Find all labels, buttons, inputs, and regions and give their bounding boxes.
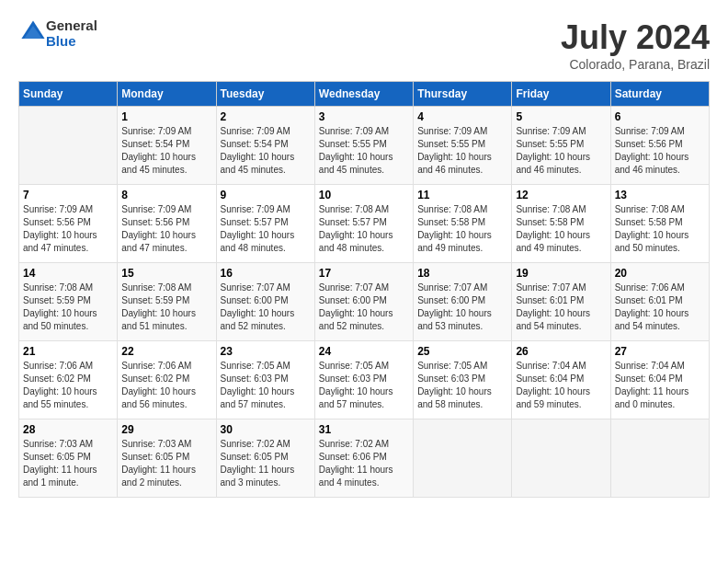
day-info: Sunrise: 7:08 AMSunset: 5:59 PMDaylight:… bbox=[23, 282, 113, 333]
day-info: Sunrise: 7:08 AMSunset: 5:59 PMDaylight:… bbox=[121, 282, 211, 333]
day-info: Sunrise: 7:07 AMSunset: 6:01 PMDaylight:… bbox=[516, 282, 606, 333]
calendar-header: SundayMondayTuesdayWednesdayThursdayFrid… bbox=[19, 82, 710, 107]
day-info: Sunrise: 7:09 AMSunset: 5:55 PMDaylight:… bbox=[417, 125, 507, 177]
day-info: Sunrise: 7:05 AMSunset: 6:03 PMDaylight:… bbox=[221, 360, 311, 411]
calendar-cell: 2Sunrise: 7:09 AMSunset: 5:54 PMDaylight… bbox=[216, 107, 314, 185]
calendar-cell: 3Sunrise: 7:09 AMSunset: 5:55 PMDaylight… bbox=[314, 107, 413, 185]
day-info: Sunrise: 7:09 AMSunset: 5:56 PMDaylight:… bbox=[23, 203, 113, 255]
week-row-4: 21Sunrise: 7:06 AMSunset: 6:02 PMDayligh… bbox=[19, 341, 710, 419]
day-number: 16 bbox=[221, 267, 311, 280]
day-info: Sunrise: 7:06 AMSunset: 6:02 PMDaylight:… bbox=[121, 360, 211, 411]
day-info: Sunrise: 7:07 AMSunset: 6:00 PMDaylight:… bbox=[221, 282, 311, 333]
calendar-cell: 11Sunrise: 7:08 AMSunset: 5:58 PMDayligh… bbox=[414, 185, 512, 263]
header-day-monday: Monday bbox=[118, 82, 216, 107]
week-row-1: 1Sunrise: 7:09 AMSunset: 5:54 PMDaylight… bbox=[19, 107, 710, 185]
calendar-cell: 9Sunrise: 7:09 AMSunset: 5:57 PMDaylight… bbox=[216, 185, 314, 263]
calendar-cell: 30Sunrise: 7:02 AMSunset: 6:05 PMDayligh… bbox=[216, 419, 314, 498]
calendar-cell: 4Sunrise: 7:09 AMSunset: 5:55 PMDaylight… bbox=[414, 107, 512, 185]
day-number: 8 bbox=[121, 189, 211, 201]
logo-mark bbox=[18, 19, 46, 49]
day-number: 13 bbox=[615, 189, 705, 201]
day-number: 7 bbox=[23, 189, 113, 201]
calendar-cell: 10Sunrise: 7:08 AMSunset: 5:57 PMDayligh… bbox=[314, 185, 413, 263]
day-number: 12 bbox=[516, 189, 606, 201]
day-number: 14 bbox=[23, 267, 113, 280]
location-subtitle: Colorado, Parana, Brazil bbox=[561, 57, 710, 72]
header-row: SundayMondayTuesdayWednesdayThursdayFrid… bbox=[19, 82, 710, 107]
day-info: Sunrise: 7:09 AMSunset: 5:56 PMDaylight:… bbox=[121, 203, 211, 255]
day-info: Sunrise: 7:07 AMSunset: 6:00 PMDaylight:… bbox=[417, 282, 507, 333]
day-number: 4 bbox=[417, 110, 507, 123]
day-number: 28 bbox=[23, 423, 113, 436]
calendar-cell: 19Sunrise: 7:07 AMSunset: 6:01 PMDayligh… bbox=[512, 263, 610, 341]
header-day-thursday: Thursday bbox=[414, 82, 512, 107]
calendar-cell: 6Sunrise: 7:09 AMSunset: 5:56 PMDaylight… bbox=[610, 107, 709, 185]
calendar-cell: 21Sunrise: 7:06 AMSunset: 6:02 PMDayligh… bbox=[19, 341, 118, 419]
day-info: Sunrise: 7:03 AMSunset: 6:05 PMDaylight:… bbox=[121, 438, 211, 489]
day-number: 11 bbox=[417, 189, 507, 201]
header-day-tuesday: Tuesday bbox=[216, 82, 314, 107]
day-info: Sunrise: 7:05 AMSunset: 6:03 PMDaylight:… bbox=[319, 360, 409, 411]
calendar-cell bbox=[19, 107, 118, 185]
day-info: Sunrise: 7:09 AMSunset: 5:55 PMDaylight:… bbox=[516, 125, 606, 177]
calendar-cell: 31Sunrise: 7:02 AMSunset: 6:06 PMDayligh… bbox=[314, 419, 413, 498]
day-info: Sunrise: 7:04 AMSunset: 6:04 PMDaylight:… bbox=[516, 360, 606, 411]
day-number: 29 bbox=[121, 423, 211, 436]
day-number: 10 bbox=[319, 189, 409, 201]
day-info: Sunrise: 7:06 AMSunset: 6:02 PMDaylight:… bbox=[23, 360, 113, 411]
calendar-cell: 29Sunrise: 7:03 AMSunset: 6:05 PMDayligh… bbox=[118, 419, 216, 498]
day-info: Sunrise: 7:09 AMSunset: 5:54 PMDaylight:… bbox=[121, 125, 211, 177]
day-info: Sunrise: 7:02 AMSunset: 6:06 PMDaylight:… bbox=[319, 438, 409, 489]
day-info: Sunrise: 7:05 AMSunset: 6:03 PMDaylight:… bbox=[417, 360, 507, 411]
day-number: 30 bbox=[221, 423, 311, 436]
calendar-body: 1Sunrise: 7:09 AMSunset: 5:54 PMDaylight… bbox=[19, 107, 710, 498]
calendar-cell: 17Sunrise: 7:07 AMSunset: 6:00 PMDayligh… bbox=[314, 263, 413, 341]
day-number: 21 bbox=[23, 345, 113, 358]
day-number: 23 bbox=[221, 345, 311, 358]
day-info: Sunrise: 7:08 AMSunset: 5:57 PMDaylight:… bbox=[319, 203, 409, 255]
logo-blue: Blue bbox=[46, 33, 76, 49]
day-number: 27 bbox=[615, 345, 705, 358]
day-number: 5 bbox=[516, 110, 606, 123]
day-info: Sunrise: 7:08 AMSunset: 5:58 PMDaylight:… bbox=[417, 203, 507, 255]
week-row-2: 7Sunrise: 7:09 AMSunset: 5:56 PMDaylight… bbox=[19, 185, 710, 263]
calendar-cell: 13Sunrise: 7:08 AMSunset: 5:58 PMDayligh… bbox=[610, 185, 709, 263]
day-number: 31 bbox=[319, 423, 409, 436]
day-number: 9 bbox=[221, 189, 311, 201]
title-block: July 2024 Colorado, Parana, Brazil bbox=[561, 18, 710, 72]
calendar-cell: 24Sunrise: 7:05 AMSunset: 6:03 PMDayligh… bbox=[314, 341, 413, 419]
calendar-cell bbox=[414, 419, 512, 498]
day-number: 15 bbox=[121, 267, 211, 280]
header-day-sunday: Sunday bbox=[19, 82, 118, 107]
logo-text: General Blue bbox=[46, 18, 97, 49]
day-number: 6 bbox=[615, 110, 705, 123]
day-number: 3 bbox=[319, 110, 409, 123]
day-info: Sunrise: 7:09 AMSunset: 5:55 PMDaylight:… bbox=[319, 125, 409, 177]
day-info: Sunrise: 7:07 AMSunset: 6:00 PMDaylight:… bbox=[319, 282, 409, 333]
logo-general: General bbox=[46, 17, 97, 33]
calendar-cell: 27Sunrise: 7:04 AMSunset: 6:04 PMDayligh… bbox=[610, 341, 709, 419]
calendar-cell bbox=[512, 419, 610, 498]
calendar-cell: 23Sunrise: 7:05 AMSunset: 6:03 PMDayligh… bbox=[216, 341, 314, 419]
day-info: Sunrise: 7:08 AMSunset: 5:58 PMDaylight:… bbox=[615, 203, 705, 255]
calendar-cell: 12Sunrise: 7:08 AMSunset: 5:58 PMDayligh… bbox=[512, 185, 610, 263]
calendar-cell: 1Sunrise: 7:09 AMSunset: 5:54 PMDaylight… bbox=[118, 107, 216, 185]
day-info: Sunrise: 7:02 AMSunset: 6:05 PMDaylight:… bbox=[221, 438, 311, 489]
calendar-table: SundayMondayTuesdayWednesdayThursdayFrid… bbox=[18, 81, 710, 498]
header-day-saturday: Saturday bbox=[610, 82, 709, 107]
calendar-cell: 26Sunrise: 7:04 AMSunset: 6:04 PMDayligh… bbox=[512, 341, 610, 419]
header-day-wednesday: Wednesday bbox=[314, 82, 413, 107]
day-info: Sunrise: 7:03 AMSunset: 6:05 PMDaylight:… bbox=[23, 438, 113, 489]
calendar-cell: 18Sunrise: 7:07 AMSunset: 6:00 PMDayligh… bbox=[414, 263, 512, 341]
day-number: 19 bbox=[516, 267, 606, 280]
day-info: Sunrise: 7:08 AMSunset: 5:58 PMDaylight:… bbox=[516, 203, 606, 255]
calendar-cell: 7Sunrise: 7:09 AMSunset: 5:56 PMDaylight… bbox=[19, 185, 118, 263]
calendar-cell: 8Sunrise: 7:09 AMSunset: 5:56 PMDaylight… bbox=[118, 185, 216, 263]
day-info: Sunrise: 7:09 AMSunset: 5:57 PMDaylight:… bbox=[221, 203, 311, 255]
page-header: General Blue July 2024 Colorado, Parana,… bbox=[18, 18, 710, 72]
header-day-friday: Friday bbox=[512, 82, 610, 107]
day-number: 24 bbox=[319, 345, 409, 358]
day-number: 17 bbox=[319, 267, 409, 280]
week-row-5: 28Sunrise: 7:03 AMSunset: 6:05 PMDayligh… bbox=[19, 419, 710, 498]
day-number: 18 bbox=[417, 267, 507, 280]
